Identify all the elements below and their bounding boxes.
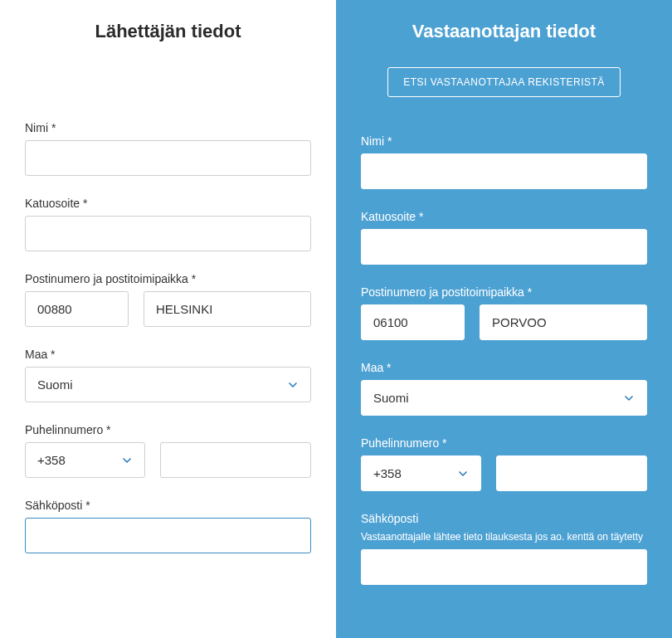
sender-email-group: Sähköposti * <box>25 499 311 553</box>
recipient-street-label: Katuosoite * <box>361 210 647 223</box>
sender-name-label: Nimi * <box>25 121 311 134</box>
recipient-country-label: Maa * <box>361 361 647 374</box>
sender-street-label: Katuosoite * <box>25 197 311 210</box>
recipient-email-helper: Vastaanottajalle lähtee tieto tilauksest… <box>361 531 647 543</box>
search-recipient-wrap: ETSI VASTAANOTTAJAA REKISTERISTÄ <box>361 67 647 97</box>
search-recipient-button[interactable]: ETSI VASTAANOTTAJAA REKISTERISTÄ <box>387 67 621 97</box>
sender-country-group: Maa * Suomi <box>25 348 311 402</box>
recipient-title: Vastaanottajan tiedot <box>361 21 647 42</box>
recipient-phone-number-input[interactable] <box>496 455 647 491</box>
sender-panel: Lähettäjän tiedot Nimi * Katuosoite * Po… <box>0 0 336 638</box>
recipient-panel: Vastaanottajan tiedot ETSI VASTAANOTTAJA… <box>336 0 672 638</box>
sender-postal-city-input[interactable] <box>144 291 311 327</box>
recipient-country-group: Maa * Suomi <box>361 361 647 416</box>
recipient-postal-city-input[interactable] <box>480 304 647 340</box>
sender-phone-code-select[interactable]: +358 <box>25 442 145 478</box>
sender-email-label: Sähköposti * <box>25 499 311 512</box>
recipient-phone-label: Puhelinnumero * <box>361 436 647 450</box>
recipient-phone-code-select[interactable]: +358 <box>361 455 481 491</box>
recipient-country-select[interactable]: Suomi <box>361 380 647 416</box>
sender-postal-code-input[interactable] <box>25 291 129 327</box>
recipient-postal-code-input[interactable] <box>361 304 465 340</box>
sender-name-input[interactable] <box>25 140 311 176</box>
sender-country-label: Maa * <box>25 348 311 361</box>
spacer <box>25 67 311 121</box>
sender-phone-group: Puhelinnumero * +358 <box>25 423 311 478</box>
sender-title: Lähettäjän tiedot <box>25 21 311 42</box>
recipient-phone-group: Puhelinnumero * +358 <box>361 436 647 491</box>
sender-phone-label: Puhelinnumero * <box>25 423 311 436</box>
sender-postal-label: Postinumero ja postitoimipaikka * <box>25 272 311 285</box>
sender-country-select[interactable]: Suomi <box>25 367 311 402</box>
sender-street-group: Katuosoite * <box>25 197 311 251</box>
recipient-email-label: Sähköposti <box>361 512 647 525</box>
recipient-name-label: Nimi * <box>361 134 647 148</box>
recipient-street-group: Katuosoite * <box>361 210 647 265</box>
recipient-email-input[interactable] <box>361 549 647 585</box>
sender-postal-group: Postinumero ja postitoimipaikka * <box>25 272 311 327</box>
recipient-email-group: Sähköposti Vastaanottajalle lähtee tieto… <box>361 512 647 585</box>
recipient-postal-label: Postinumero ja postitoimipaikka * <box>361 285 647 299</box>
sender-name-group: Nimi * <box>25 121 311 176</box>
recipient-street-input[interactable] <box>361 229 647 265</box>
sender-email-input[interactable] <box>25 518 311 553</box>
sender-street-input[interactable] <box>25 216 311 251</box>
recipient-postal-group: Postinumero ja postitoimipaikka * <box>361 285 647 340</box>
sender-phone-number-input[interactable] <box>160 442 311 478</box>
recipient-name-group: Nimi * <box>361 134 647 189</box>
recipient-name-input[interactable] <box>361 153 647 189</box>
